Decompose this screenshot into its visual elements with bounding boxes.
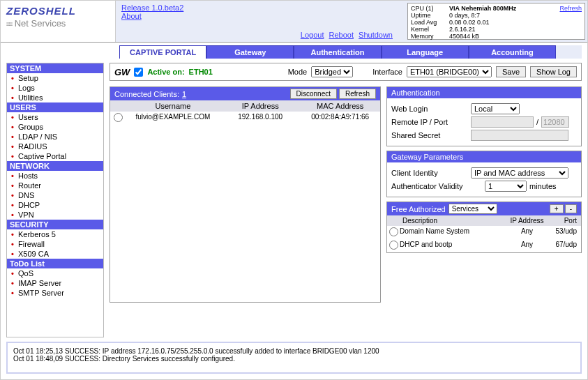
tab-captive-portal[interactable]: CAPTIVE PORTAL <box>119 45 206 59</box>
free-row-radio[interactable] <box>389 227 398 236</box>
authentication-panel: Authentication Web Login Local Remote IP… <box>386 86 582 146</box>
client-identity-select[interactable]: IP and MAC address <box>471 167 568 178</box>
sidebar: SYSTEM Setup Logs Utilities USERS Users … <box>6 63 104 337</box>
refresh-clients-button[interactable]: Refresh <box>339 89 376 99</box>
log-line: Oct 01 18:48,09 SUCCESS: Directory Servi… <box>13 355 575 363</box>
log-line: Oct 01 18:25,13 SUCCESS: IP address 172.… <box>13 347 575 355</box>
sidebar-item-groups[interactable]: Groups <box>7 122 103 132</box>
gw-enable-checkbox[interactable] <box>134 68 143 77</box>
free-type-select[interactable]: Services <box>448 204 497 214</box>
free-row-radio[interactable] <box>389 241 398 250</box>
log-panel: Oct 01 18:25,13 SUCCESS: IP address 172.… <box>6 342 582 374</box>
sidebar-item-radius[interactable]: RADIUS <box>7 142 103 151</box>
about-link[interactable]: About <box>121 12 142 20</box>
gw-active-label: Active on: <box>147 68 184 76</box>
sidebar-head-system: SYSTEM <box>7 63 103 73</box>
sidebar-item-dns[interactable]: DNS <box>7 190 103 200</box>
shutdown-link[interactable]: Shutdown <box>359 31 393 39</box>
sidebar-item-router[interactable]: Router <box>7 181 103 190</box>
web-login-select[interactable]: Local <box>471 103 520 114</box>
sidebar-head-users: USERS <box>7 102 103 112</box>
tab-language[interactable]: Language <box>382 45 469 59</box>
sidebar-item-imap[interactable]: IMAP Server <box>7 278 103 288</box>
remote-ip-input[interactable] <box>471 116 534 128</box>
free-table-header: Description IP Address Port <box>387 215 581 226</box>
remote-port-input[interactable] <box>541 116 569 128</box>
gateway-parameters-panel: Gateway Parameters Client Identity IP an… <box>386 151 582 197</box>
client-radio[interactable] <box>114 113 123 122</box>
sidebar-head-todo: ToDo List <box>7 259 103 268</box>
tab-gateway[interactable]: Gateway <box>206 45 294 59</box>
free-row[interactable]: DHCP and bootp Any 67/udp <box>387 239 581 252</box>
mode-label: Mode <box>288 68 308 76</box>
gw-active-iface: ETH01 <box>189 68 213 76</box>
sidebar-item-smtp[interactable]: SMTP Server <box>7 288 103 298</box>
mode-select[interactable]: Bridged <box>311 66 353 77</box>
sidebar-head-network: NETWORK <box>7 161 103 171</box>
show-log-button[interactable]: Show Log <box>530 66 577 77</box>
sidebar-item-ldap[interactable]: LDAP / NIS <box>7 132 103 142</box>
sidebar-item-captive[interactable]: Captive Portal <box>7 151 103 161</box>
disconnect-button[interactable]: Disconnect <box>290 89 337 99</box>
reboot-link[interactable]: Reboot <box>329 31 354 39</box>
connected-clients-panel: Connected Clients: 1 Disconnect Refresh … <box>110 86 381 303</box>
sidebar-item-users[interactable]: Users <box>7 112 103 122</box>
logout-link[interactable]: Logout <box>301 31 324 39</box>
sidebar-item-setup[interactable]: Setup <box>7 73 103 83</box>
sidebar-item-utilities[interactable]: Utilities <box>7 93 103 102</box>
sidebar-item-kerberos[interactable]: Kerberos 5 <box>7 229 103 239</box>
clients-title: Connected Clients: <box>114 90 179 98</box>
free-add-button[interactable]: + <box>550 204 564 213</box>
interface-select[interactable]: ETH01 (BRIDGE00) <box>407 66 492 77</box>
logo: ZEROSHELL ≡≡Net Services <box>1 1 116 42</box>
free-authorized-panel: Free Authorized Services + - Description… <box>386 202 582 253</box>
sidebar-item-logs[interactable]: Logs <box>7 83 103 93</box>
clients-count[interactable]: 1 <box>182 90 186 98</box>
tab-accounting[interactable]: Accounting <box>469 45 556 59</box>
tab-spacer <box>556 45 582 59</box>
gw-label: GW <box>114 67 130 77</box>
client-row[interactable]: fulvio@EXAMPLE.COM 192.168.0.100 00:02:8… <box>110 112 380 125</box>
save-button[interactable]: Save <box>496 66 526 77</box>
free-remove-button[interactable]: - <box>565 204 577 213</box>
sidebar-item-firewall[interactable]: Firewall <box>7 239 103 249</box>
system-stats: Refresh CPU (1)VIA Nehemiah 800MHz Uptim… <box>407 3 585 40</box>
logo-title: ZEROSHELL <box>6 5 110 17</box>
sidebar-item-qos[interactable]: QoS <box>7 268 103 278</box>
tab-authentication[interactable]: Authentication <box>294 45 381 59</box>
release-link[interactable]: Release 1.0.beta2 <box>121 3 183 12</box>
tab-bar: CAPTIVE PORTAL Gateway Authentication La… <box>119 45 582 59</box>
stats-refresh-link[interactable]: Refresh <box>559 5 582 12</box>
sidebar-item-dhcp[interactable]: DHCP <box>7 200 103 210</box>
gateway-toolbar: GW Active on: ETH01 Mode Bridged Interfa… <box>110 63 582 81</box>
clients-table-header: Username IP Address MAC Address <box>110 100 380 112</box>
sidebar-item-x509[interactable]: X509 CA <box>7 249 103 259</box>
sidebar-head-security: SECURITY <box>7 220 103 229</box>
auth-validity-select[interactable]: 1 <box>485 181 527 192</box>
sidebar-item-hosts[interactable]: Hosts <box>7 171 103 181</box>
logo-subtitle: ≡≡Net Services <box>6 18 110 29</box>
shared-secret-input[interactable] <box>471 130 568 141</box>
sidebar-item-vpn[interactable]: VPN <box>7 210 103 220</box>
interface-label: Interface <box>372 68 402 76</box>
free-row[interactable]: Domain Name System Any 53/udp <box>387 226 581 239</box>
